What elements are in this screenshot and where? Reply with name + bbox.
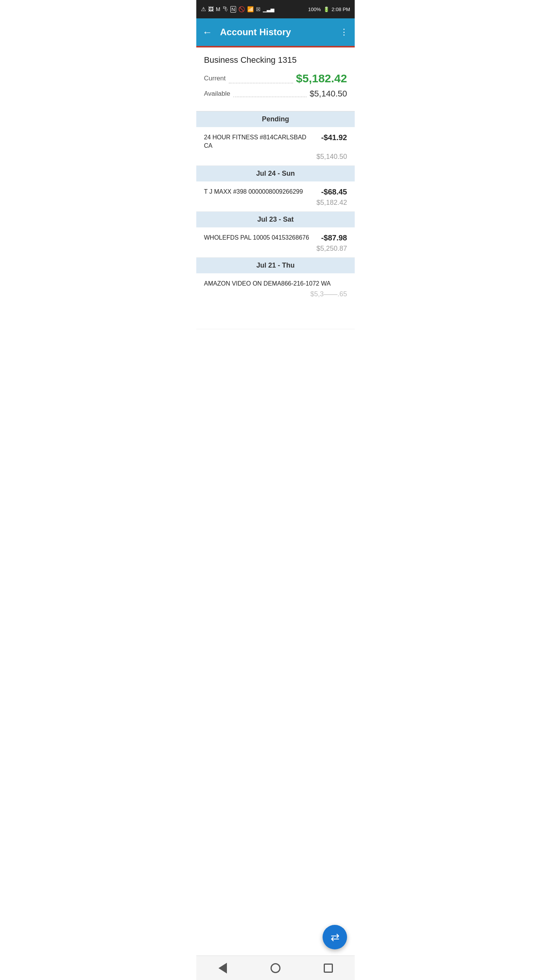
available-balance-row: Available $5,140.50 — [204, 89, 347, 99]
battery-percent: 100% — [308, 7, 321, 12]
transaction-balance: $5,140.50 — [204, 153, 347, 161]
transaction-amount: -$68.45 — [321, 188, 347, 196]
account-name: Business Checking 1315 — [204, 55, 347, 65]
transaction-top: WHOLEFDS PAL 10005 04153268676 -$87.98 — [204, 234, 347, 242]
back-button[interactable]: ← — [202, 26, 212, 38]
transaction-top: 24 HOUR FITNESS #814CARLSBAD CA -$41.92 — [204, 133, 347, 150]
transaction-balance: $5,250.87 — [204, 245, 347, 253]
current-balance-row: Current $5,182.42 — [204, 72, 347, 85]
transaction-name: T J MAXX #398 0000008009266299 — [204, 188, 321, 196]
scan-icon: ☒ — [256, 7, 261, 12]
nfc-icon: N — [230, 6, 236, 13]
wifi-icon: 📶 — [247, 6, 254, 12]
section-header-pending: Pending — [196, 111, 355, 127]
transaction-row[interactable]: WHOLEFDS PAL 10005 04153268676 -$87.98 $… — [196, 227, 355, 258]
page-title: Account History — [220, 27, 340, 38]
transaction-name: AMAZON VIDEO ON DEMA866-216-1072 WA — [204, 279, 347, 288]
transaction-top: AMAZON VIDEO ON DEMA866-216-1072 WA — [204, 279, 347, 288]
status-icons: ⚠ 🖼 M ⮷ N 🚫 📶 ☒ ▁▃▅ — [201, 6, 274, 13]
transaction-balance: $5,3――.65 — [204, 290, 347, 298]
bluetooth-icon: ⮷ — [223, 6, 228, 12]
no-mic-icon: 🚫 — [238, 6, 245, 12]
warning-icon: ⚠ — [201, 6, 206, 13]
section-header-jul24: Jul 24 - Sun — [196, 166, 355, 181]
app-bar: ← Account History ⋮ — [196, 18, 355, 46]
transaction-name: WHOLEFDS PAL 10005 04153268676 — [204, 234, 321, 242]
dots-available — [233, 96, 306, 97]
image-icon: 🖼 — [208, 6, 214, 12]
transaction-row[interactable]: AMAZON VIDEO ON DEMA866-216-1072 WA $5,3… — [196, 273, 355, 329]
current-amount: $5,182.42 — [296, 72, 347, 85]
transaction-row[interactable]: 24 HOUR FITNESS #814CARLSBAD CA -$41.92 … — [196, 127, 355, 166]
section-header-jul21: Jul 21 - Thu — [196, 258, 355, 273]
available-amount: $5,140.50 — [310, 89, 347, 99]
transaction-amount: -$41.92 — [321, 133, 347, 142]
status-bar: ⚠ 🖼 M ⮷ N 🚫 📶 ☒ ▁▃▅ 100% 🔋 2:08 PM — [196, 0, 355, 18]
transaction-top: T J MAXX #398 0000008009266299 -$68.45 — [204, 188, 347, 196]
available-label: Available — [204, 90, 230, 98]
signal-icon: ▁▃▅ — [263, 7, 274, 12]
current-label: Current — [204, 75, 226, 82]
status-right: 100% 🔋 2:08 PM — [308, 7, 350, 12]
dots-current — [229, 83, 293, 83]
time: 2:08 PM — [332, 7, 350, 12]
transaction-row[interactable]: T J MAXX #398 0000008009266299 -$68.45 $… — [196, 181, 355, 212]
transaction-balance: $5,182.42 — [204, 199, 347, 207]
battery-icon: 🔋 — [323, 7, 329, 12]
more-options-button[interactable]: ⋮ — [340, 27, 349, 37]
section-header-jul23: Jul 23 - Sat — [196, 212, 355, 227]
transaction-amount: -$87.98 — [321, 234, 347, 242]
account-info-section: Business Checking 1315 Current $5,182.42… — [196, 47, 355, 107]
transaction-name: 24 HOUR FITNESS #814CARLSBAD CA — [204, 133, 321, 150]
gmail-icon: M — [216, 6, 220, 12]
